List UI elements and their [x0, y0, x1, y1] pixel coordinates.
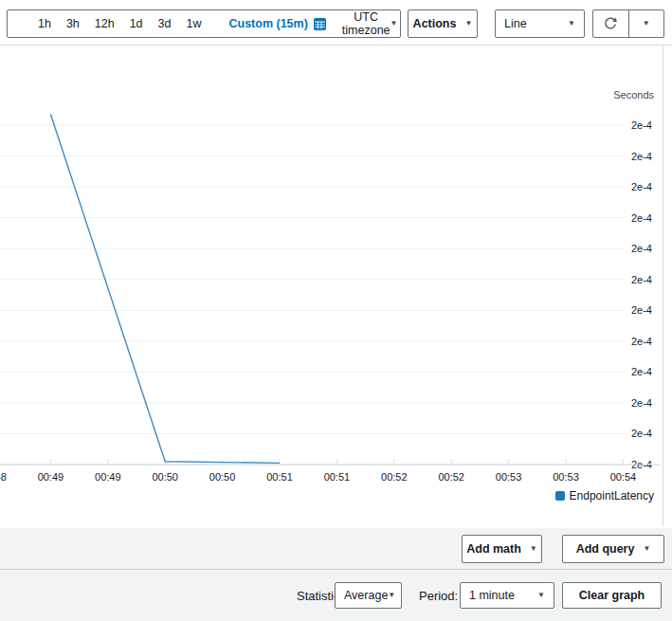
clear-graph-label: Clear graph — [579, 589, 645, 602]
refresh-button[interactable] — [593, 10, 628, 37]
add-math-label: Add math — [466, 542, 521, 556]
svg-text:00:50: 00:50 — [152, 471, 178, 483]
time-range-presets: 1h3h12h1d3d1w — [30, 17, 209, 30]
actions-label: Actions — [413, 17, 457, 30]
svg-text:00:48: 00:48 — [0, 471, 7, 483]
timezone-label: UTC timezone — [342, 10, 390, 37]
actions-dropdown[interactable]: Actions ▼ — [408, 9, 478, 38]
chart-type-value: Line — [504, 17, 527, 30]
svg-text:2e-4: 2e-4 — [631, 304, 652, 316]
svg-text:2e-4: 2e-4 — [631, 366, 652, 377]
chart-canvas: 2e-42e-42e-42e-42e-42e-42e-42e-42e-42e-4… — [0, 46, 672, 528]
svg-text:00:51: 00:51 — [266, 471, 293, 483]
svg-text:00:53: 00:53 — [496, 471, 522, 483]
timezone-dropdown[interactable]: UTC timezone ▼ — [333, 10, 409, 37]
svg-text:2e-4: 2e-4 — [631, 428, 652, 439]
time-range-3h[interactable]: 3h — [59, 17, 87, 30]
chevron-down-icon: ▼ — [390, 20, 398, 27]
chevron-down-icon: ▼ — [568, 20, 575, 27]
legend-item-endpointlatency[interactable]: EndpointLatency — [555, 489, 654, 502]
svg-text:2e-4: 2e-4 — [631, 336, 652, 347]
period-value: 1 minute — [469, 589, 515, 602]
refresh-button-group: ▼ — [592, 9, 664, 38]
statistic-select[interactable]: Average ▼ — [335, 582, 402, 609]
time-range-12h[interactable]: 12h — [87, 17, 122, 30]
svg-text:00:49: 00:49 — [38, 471, 64, 483]
add-query-dropdown[interactable]: Add query ▼ — [562, 535, 664, 563]
add-query-label: Add query — [576, 542, 635, 556]
svg-text:2e-4: 2e-4 — [631, 397, 652, 409]
graph-toolbar: 1h3h12h1d3d1w Custom (15m) UTC timezone … — [0, 0, 672, 46]
svg-text:00:51: 00:51 — [324, 471, 351, 483]
chevron-down-icon: ▼ — [530, 545, 537, 553]
svg-text:2e-4: 2e-4 — [631, 151, 652, 162]
time-range-1d[interactable]: 1d — [122, 17, 151, 30]
query-actions-row: Add math ▼ Add query ▼ — [0, 528, 672, 570]
legend-label: EndpointLatency — [570, 489, 654, 502]
chevron-down-icon: ▼ — [388, 592, 395, 599]
svg-text:2e-4: 2e-4 — [631, 274, 652, 285]
svg-text:00:53: 00:53 — [553, 471, 579, 483]
chart-legend: EndpointLatency — [555, 489, 654, 502]
clear-graph-button[interactable]: Clear graph — [562, 582, 662, 609]
calendar-icon — [314, 18, 326, 30]
time-range-1h[interactable]: 1h — [30, 17, 59, 30]
svg-text:00:52: 00:52 — [438, 471, 464, 483]
chevron-down-icon: ▼ — [464, 20, 472, 27]
statistic-period-row: Statistic: Average ▼ Period: 1 minute ▼ … — [0, 571, 672, 621]
custom-range-label: Custom (15m) — [228, 17, 307, 30]
time-range-3d[interactable]: 3d — [151, 17, 179, 30]
time-range-1w[interactable]: 1w — [178, 17, 209, 30]
svg-text:2e-4: 2e-4 — [631, 243, 652, 254]
statistic-value: Average — [344, 589, 388, 602]
add-math-dropdown[interactable]: Add math ▼ — [462, 535, 542, 563]
period-select[interactable]: 1 minute ▼ — [460, 582, 554, 609]
chevron-down-icon: ▼ — [643, 20, 650, 27]
chevron-down-icon: ▼ — [537, 592, 545, 599]
svg-text:00:54: 00:54 — [610, 471, 637, 483]
svg-text:Seconds: Seconds — [613, 89, 654, 100]
metric-line-chart: 2e-42e-42e-42e-42e-42e-42e-42e-42e-42e-4… — [0, 46, 672, 528]
legend-color-chip — [555, 491, 565, 501]
svg-text:2e-4: 2e-4 — [631, 181, 652, 192]
chart-type-select[interactable]: Line ▼ — [495, 9, 585, 38]
period-label: Period: — [419, 589, 458, 603]
svg-text:00:50: 00:50 — [209, 471, 236, 483]
svg-text:2e-4: 2e-4 — [631, 212, 652, 224]
svg-text:2e-4: 2e-4 — [631, 119, 652, 131]
time-range-group: 1h3h12h1d3d1w Custom (15m) UTC timezone … — [7, 9, 401, 38]
refresh-options-dropdown[interactable]: ▼ — [628, 10, 664, 37]
svg-text:00:49: 00:49 — [95, 471, 121, 483]
custom-range-button[interactable]: Custom (15m) — [228, 17, 325, 30]
svg-text:00:52: 00:52 — [381, 471, 408, 483]
chevron-down-icon: ▼ — [643, 545, 650, 553]
refresh-icon — [603, 16, 618, 31]
